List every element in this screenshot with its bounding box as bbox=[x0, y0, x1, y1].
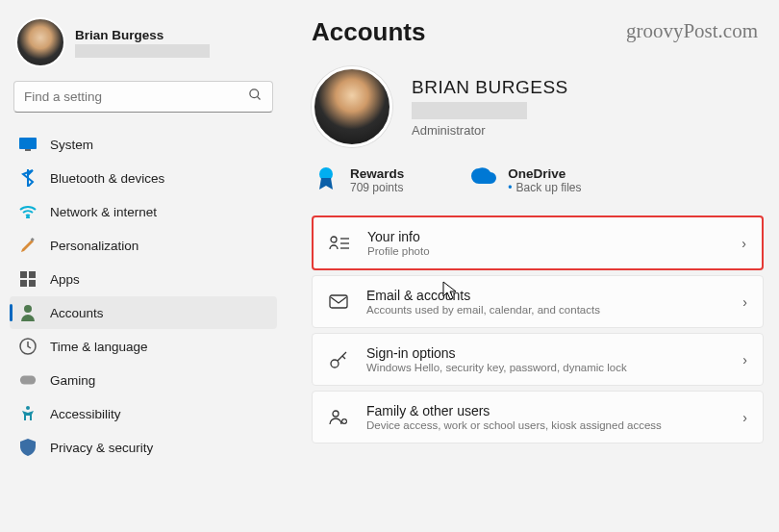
nav-label: System bbox=[50, 138, 93, 152]
svg-point-15 bbox=[331, 237, 337, 242]
card-sub: Device access, work or school users, kio… bbox=[366, 419, 725, 431]
svg-point-0 bbox=[250, 89, 259, 98]
watermark: groovyPost.com bbox=[626, 19, 758, 43]
profile-email-masked bbox=[412, 102, 527, 119]
user-name: Brian Burgess bbox=[75, 28, 210, 42]
svg-point-13 bbox=[26, 406, 30, 410]
svg-point-10 bbox=[24, 305, 32, 313]
profile-role: Administrator bbox=[412, 123, 568, 138]
rewards-sub: 709 points bbox=[350, 181, 404, 194]
person-icon bbox=[19, 304, 37, 321]
nav-label: Accessibility bbox=[50, 407, 121, 421]
card-sub: Windows Hello, security key, password, d… bbox=[366, 362, 725, 373]
nav-network[interactable]: Network & internet bbox=[10, 195, 277, 228]
avatar-large bbox=[312, 66, 392, 147]
rewards-status[interactable]: Rewards 709 points bbox=[314, 166, 404, 194]
card-title: Email & accounts bbox=[366, 288, 725, 303]
bluetooth-icon bbox=[19, 169, 37, 187]
clock-icon bbox=[19, 338, 37, 355]
sidebar-nav: System Bluetooth & devices Network & int… bbox=[10, 128, 277, 464]
user-email-masked bbox=[75, 44, 210, 58]
profile-name: BRIAN BURGESS bbox=[412, 77, 568, 98]
nav-label: Network & internet bbox=[50, 205, 157, 219]
onedrive-title: OneDrive bbox=[508, 166, 581, 181]
search-icon bbox=[248, 88, 263, 106]
svg-rect-9 bbox=[29, 280, 36, 287]
onedrive-status[interactable]: OneDrive •Back up files bbox=[471, 166, 581, 194]
chevron-right-icon: › bbox=[742, 294, 747, 310]
onedrive-icon bbox=[471, 166, 496, 191]
nav-label: Gaming bbox=[50, 373, 95, 388]
svg-rect-8 bbox=[20, 280, 27, 287]
system-icon bbox=[19, 136, 37, 153]
svg-point-21 bbox=[333, 411, 339, 417]
shield-icon bbox=[19, 439, 37, 456]
nav-privacy[interactable]: Privacy & security bbox=[10, 431, 277, 464]
svg-line-1 bbox=[257, 96, 260, 99]
accessibility-icon bbox=[19, 405, 37, 422]
profile-header: BRIAN BURGESS Administrator bbox=[312, 66, 764, 147]
card-signin-options[interactable]: Sign-in options Windows Hello, security … bbox=[312, 333, 764, 386]
svg-point-4 bbox=[27, 216, 29, 218]
svg-point-20 bbox=[331, 360, 339, 367]
card-title: Your info bbox=[367, 229, 724, 244]
search-input[interactable] bbox=[24, 89, 248, 104]
svg-rect-12 bbox=[20, 376, 36, 385]
user-profile-header[interactable]: Brian Burgess bbox=[10, 13, 277, 81]
nav-label: Accounts bbox=[50, 306, 104, 320]
nav-personalization[interactable]: Personalization bbox=[10, 229, 277, 262]
svg-rect-3 bbox=[25, 149, 31, 151]
chevron-right-icon: › bbox=[742, 352, 747, 367]
nav-label: Bluetooth & devices bbox=[50, 171, 164, 186]
people-icon bbox=[328, 409, 349, 426]
nav-gaming[interactable]: Gaming bbox=[10, 364, 277, 396]
rewards-icon bbox=[314, 166, 339, 191]
card-title: Sign-in options bbox=[366, 345, 725, 361]
nav-time[interactable]: Time & language bbox=[10, 330, 277, 363]
wifi-icon bbox=[19, 203, 37, 220]
search-input-container[interactable] bbox=[13, 81, 273, 113]
your-info-icon bbox=[329, 235, 350, 252]
avatar bbox=[15, 17, 65, 67]
card-your-info[interactable]: Your info Profile photo › bbox=[312, 215, 764, 270]
chevron-right-icon: › bbox=[741, 236, 746, 251]
apps-icon bbox=[19, 270, 37, 288]
onedrive-sub: •Back up files bbox=[508, 181, 581, 194]
key-icon bbox=[328, 350, 349, 369]
nav-label: Apps bbox=[50, 272, 80, 287]
svg-rect-19 bbox=[330, 295, 347, 308]
nav-system[interactable]: System bbox=[10, 128, 277, 161]
nav-label: Privacy & security bbox=[50, 441, 153, 455]
rewards-title: Rewards bbox=[350, 166, 404, 181]
nav-label: Time & language bbox=[50, 340, 148, 354]
card-sub: Profile photo bbox=[367, 245, 724, 257]
nav-accounts[interactable]: Accounts bbox=[10, 296, 277, 329]
nav-apps[interactable]: Apps bbox=[10, 263, 277, 295]
svg-rect-2 bbox=[19, 138, 37, 149]
mail-icon bbox=[328, 294, 349, 309]
svg-rect-6 bbox=[20, 271, 27, 278]
card-family-users[interactable]: Family & other users Device access, work… bbox=[312, 391, 764, 443]
card-sub: Accounts used by email, calendar, and co… bbox=[366, 304, 725, 316]
chevron-right-icon: › bbox=[742, 410, 747, 425]
nav-accessibility[interactable]: Accessibility bbox=[10, 397, 277, 430]
svg-rect-7 bbox=[29, 271, 36, 278]
nav-bluetooth[interactable]: Bluetooth & devices bbox=[10, 162, 277, 194]
card-email-accounts[interactable]: Email & accounts Accounts used by email,… bbox=[312, 275, 764, 328]
paintbrush-icon bbox=[19, 237, 37, 254]
nav-label: Personalization bbox=[50, 239, 138, 253]
card-title: Family & other users bbox=[366, 403, 725, 418]
gamepad-icon bbox=[19, 371, 37, 389]
